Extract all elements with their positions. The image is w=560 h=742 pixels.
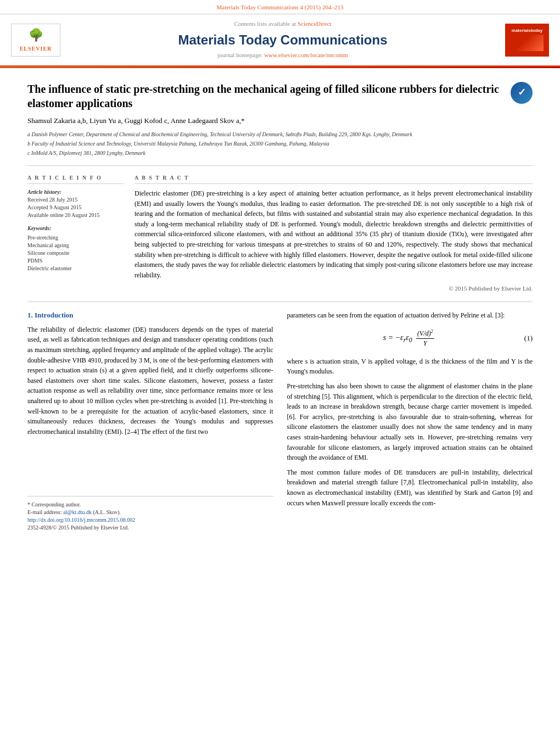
keyword-2: Mechanical ageing	[27, 242, 124, 249]
body-section: 1. Introduction The reliability of diele…	[27, 310, 533, 532]
elsevier-brand: ELSEVIER	[20, 45, 52, 53]
article-title: The influence of static pre-stretching o…	[27, 82, 511, 110]
corresponding-author: * Corresponding author.	[27, 501, 273, 509]
top-bar: Materials Today Communications 4 (2015) …	[0, 0, 560, 14]
section1-heading: 1. Introduction	[27, 310, 273, 320]
crossmark-badge[interactable]: ✓	[511, 82, 533, 104]
keyword-3: Silicone composite	[27, 249, 124, 257]
article-info-title: A R T I C L E I N F O	[27, 174, 124, 184]
issn-line: 2352-4928/© 2015 Published by Elsevier L…	[27, 524, 273, 532]
email-line: E-mail address: al@kt.dtu.dk (A.L. Skov)…	[27, 509, 273, 516]
body-right: parameters can be seen from the equation…	[287, 310, 533, 532]
right-para1: parameters can be seen from the equation…	[287, 310, 533, 321]
abstract-title: A B S T R A C T	[135, 174, 533, 184]
keywords-label: Keywords:	[27, 225, 124, 232]
doi-line: http://dx.doi.org/10.1016/j.mtcomm.2015.…	[27, 516, 273, 524]
equation: s = −εrε0 (V/d)2 Y	[383, 328, 436, 348]
journal-citation: Materials Today Communications 4 (2015) …	[217, 4, 344, 10]
main-content: The influence of static pre-stretching o…	[0, 68, 560, 543]
crossmark-icon: ✓	[511, 82, 533, 104]
journal-header: 🌳 ELSEVIER Contents lists available at S…	[0, 14, 560, 66]
article-title-section: The influence of static pre-stretching o…	[27, 76, 533, 110]
divider-2	[27, 302, 533, 302]
info-abstract-section: A R T I C L E I N F O Article history: R…	[27, 174, 533, 293]
logo-image	[511, 35, 544, 51]
homepage-link[interactable]: www.elsevier.com/locate/mtcomm	[264, 52, 348, 58]
body-left: 1. Introduction The reliability of diele…	[27, 310, 273, 532]
equation-number: (1)	[524, 333, 533, 343]
email-link[interactable]: al@kt.dtu.dk	[63, 509, 92, 515]
available-date: Available online 20 August 2015	[27, 211, 124, 219]
article-history: Article history: Received 28 July 2015 A…	[27, 188, 124, 219]
journal-name: Materials Today Communications	[71, 31, 494, 49]
section1-para1: The reliability of dielectric elastomer …	[27, 325, 273, 437]
abstract-section: A B S T R A C T Dielectric elastomer (DE…	[135, 174, 533, 293]
keyword-4: PDMS	[27, 257, 124, 265]
abstract-text: Dielectric elastomer (DE) pre-stretching…	[135, 188, 533, 280]
right-para2: where s is actuation strain, V is applie…	[287, 356, 533, 377]
tree-icon: 🌳	[29, 27, 43, 44]
accepted-date: Accepted 9 August 2015	[27, 204, 124, 211]
article-info: A R T I C L E I N F O Article history: R…	[27, 174, 124, 293]
keywords-section: Keywords: Pre-stretching Mechanical agei…	[27, 225, 124, 272]
journal-homepage: journal homepage: www.elsevier.com/locat…	[71, 51, 494, 59]
affiliation-a: a Danish Polymer Center, Department of C…	[27, 130, 533, 138]
sciencedirect-link: Contents lists available at ScienceDirec…	[71, 20, 494, 28]
keyword-5: Dielectric elastomer	[27, 265, 124, 272]
doi-link[interactable]: http://dx.doi.org/10.1016/j.mtcomm.2015.…	[27, 517, 135, 523]
keyword-1: Pre-stretching	[27, 234, 124, 242]
affiliation-b: b Faculty of Industrial Science and Tech…	[27, 140, 533, 148]
divider-1	[27, 165, 533, 166]
right-para3: Pre-stretching has also been shown to ca…	[287, 381, 533, 463]
sciencedirect-anchor[interactable]: ScienceDirect	[298, 20, 332, 27]
authors: Shamsul Zakaria a,b, Liyun Yu a, Guggi K…	[27, 116, 533, 126]
footnotes: * Corresponding author. E-mail address: …	[27, 496, 273, 532]
affiliations: a Danish Polymer Center, Department of C…	[27, 130, 533, 157]
received-date: Received 28 July 2015	[27, 196, 124, 204]
right-para4: The most common failure modes of DE tran…	[287, 467, 533, 508]
journal-title-block: Contents lists available at ScienceDirec…	[60, 20, 505, 59]
materials-today-logo: materialstoday	[505, 24, 549, 57]
elsevier-logo: 🌳 ELSEVIER	[11, 24, 60, 57]
copyright: © 2015 Published by Elsevier Ltd.	[135, 284, 533, 293]
equation-block: s = −εrε0 (V/d)2 Y (1)	[287, 328, 533, 348]
affiliation-c: c InMold A/S, Diplomvej 381, 2800 Lyngby…	[27, 149, 533, 157]
history-label: Article history:	[27, 188, 124, 196]
